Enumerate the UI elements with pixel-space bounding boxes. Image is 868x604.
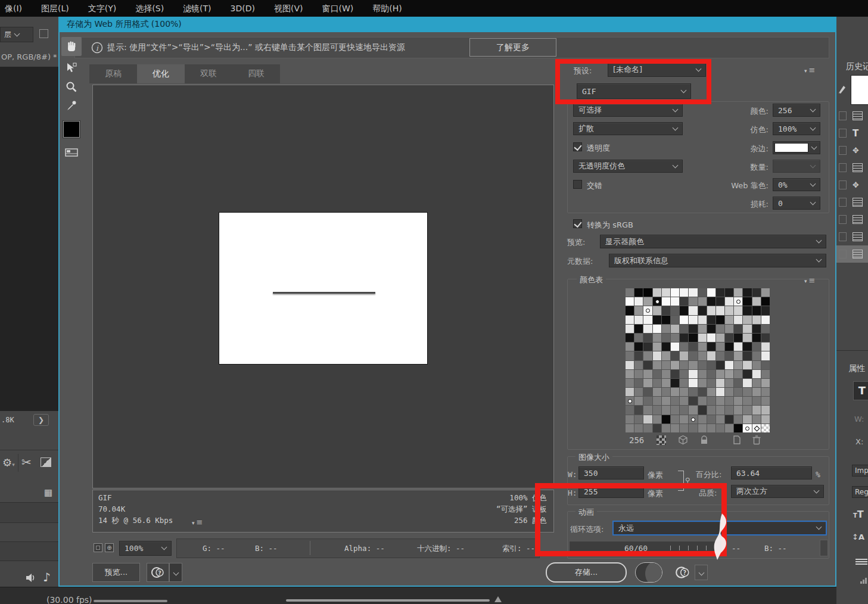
color-swatch[interactable] [662,316,670,324]
color-swatch[interactable] [643,343,652,351]
color-swatch[interactable] [626,297,634,306]
color-swatch[interactable] [634,325,643,333]
color-swatch[interactable] [653,316,661,324]
color-swatch[interactable] [689,361,697,369]
color-swatch[interactable] [716,424,724,432]
color-swatch[interactable] [743,370,751,378]
browser-select-button[interactable]: ? [147,563,169,582]
color-swatch[interactable] [671,297,679,306]
color-swatch[interactable] [653,334,661,342]
color-swatch[interactable] [680,379,688,387]
timeline-track[interactable] [0,541,58,561]
color-swatch[interactable] [671,379,679,387]
history-step[interactable] [836,228,868,245]
srgb-checkbox[interactable] [573,219,582,228]
color-swatch[interactable] [716,379,724,387]
color-swatch[interactable] [734,288,742,297]
color-swatch[interactable] [689,370,697,378]
color-swatch[interactable] [689,297,697,306]
color-swatch[interactable] [707,397,715,405]
color-swatch[interactable] [716,334,724,342]
color-swatch[interactable] [725,397,733,405]
timeline-track[interactable] [0,502,58,522]
image-canvas[interactable] [219,212,428,365]
color-swatch[interactable] [752,306,761,315]
color-swatch[interactable] [626,334,634,342]
color-swatch[interactable] [662,343,670,351]
color-swatch[interactable] [653,406,661,414]
color-swatch[interactable] [761,406,770,414]
color-swatch[interactable] [761,424,770,432]
color-swatch[interactable] [671,406,679,414]
hand-tool-button[interactable] [61,37,82,56]
color-swatch[interactable] [626,306,634,315]
color-swatch[interactable] [734,351,742,360]
color-swatch[interactable] [761,370,770,378]
new-color-icon[interactable] [732,435,742,446]
history-source-checkbox[interactable] [839,232,847,241]
color-swatch[interactable] [761,297,770,306]
color-swatch[interactable] [643,379,652,387]
color-swatch[interactable] [725,379,733,387]
color-swatch[interactable] [653,424,661,432]
color-swatch[interactable] [680,361,688,369]
color-swatch[interactable] [653,288,661,297]
slice-number-toggle[interactable]: ⊕ [105,543,114,552]
transparency-dither-dropdown[interactable]: 无透明度仿色 [573,160,683,173]
color-swatch[interactable] [680,406,688,414]
color-swatch[interactable] [680,297,688,306]
color-swatch[interactable] [707,424,715,432]
color-swatch[interactable] [634,297,643,306]
status-menu-icon[interactable] [192,518,203,527]
color-swatch[interactable] [698,306,707,315]
color-swatch[interactable] [743,306,751,315]
color-swatch[interactable] [653,351,661,360]
dither-dropdown[interactable]: 100% [773,122,820,135]
menu-item[interactable]: 滤镜(T) [173,0,220,17]
color-swatch[interactable] [734,424,742,432]
color-swatch[interactable] [653,297,661,306]
color-swatch[interactable] [761,388,770,396]
color-swatch[interactable] [689,379,697,387]
timeline-track[interactable] [0,522,58,541]
color-swatch[interactable] [626,379,634,387]
layers-lock-checkbox[interactable] [39,29,48,38]
preset-menu-icon[interactable] [804,66,815,74]
color-swatch[interactable] [725,334,733,342]
color-swatch[interactable] [626,370,634,378]
color-swatch[interactable] [626,388,634,396]
color-swatch[interactable] [734,297,742,306]
color-swatch[interactable] [626,316,634,324]
color-swatch[interactable] [662,334,670,342]
color-swatch[interactable] [707,388,715,396]
color-swatch[interactable] [671,424,679,432]
color-swatch[interactable] [671,343,679,351]
color-swatch[interactable] [671,361,679,369]
color-swatch[interactable] [680,325,688,333]
select-transparent-icon[interactable] [657,435,666,445]
color-swatch[interactable] [689,351,697,360]
color-swatch[interactable] [761,306,770,315]
color-swatch[interactable] [626,288,634,297]
color-swatch[interactable] [752,388,761,396]
color-swatch[interactable] [743,316,751,324]
matte-dropdown[interactable] [773,141,820,154]
color-swatch[interactable] [707,406,715,414]
color-swatch[interactable] [725,343,733,351]
tab-2[interactable]: 优化 [137,64,185,83]
menu-item[interactable]: 选择(S) [126,0,173,17]
mountain-large-icon[interactable] [494,596,502,602]
zoom-tool-button[interactable] [61,77,82,96]
history-step[interactable]: ✥ [836,142,868,159]
color-swatch[interactable] [698,397,707,405]
color-swatch[interactable] [716,370,724,378]
color-swatch[interactable] [671,388,679,396]
color-swatch[interactable] [716,406,724,414]
color-swatch[interactable] [698,343,707,351]
matte-color-swatch[interactable] [63,121,80,138]
slice-badge-toggle[interactable] [94,543,102,552]
color-swatch[interactable] [653,306,661,315]
color-swatch[interactable] [752,351,761,360]
color-table-menu-icon[interactable] [804,276,815,285]
color-swatch[interactable] [743,424,751,432]
